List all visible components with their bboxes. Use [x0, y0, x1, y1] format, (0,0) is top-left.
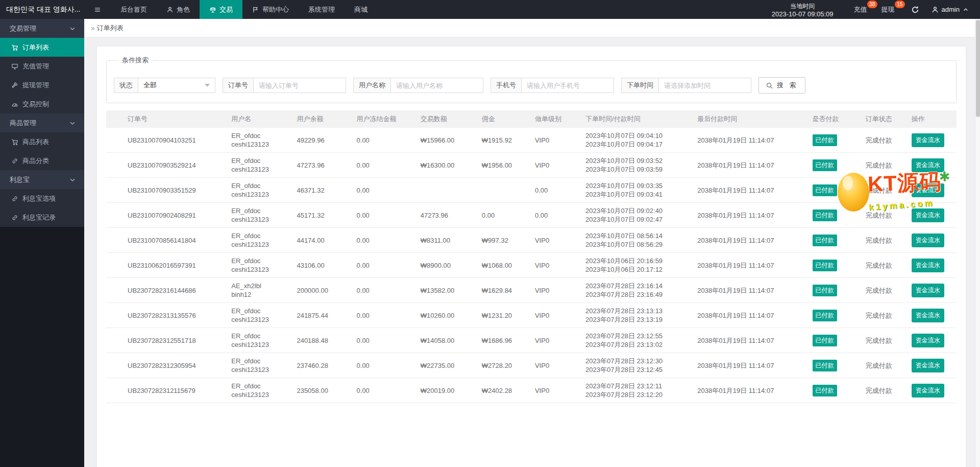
- nav-roles[interactable]: 角色: [157, 0, 200, 19]
- trade-amount-cell: 47273.96: [421, 203, 482, 228]
- sidebar-item-withdraw[interactable]: 提现管理: [0, 76, 84, 95]
- username-cell: ER_ofdocceshi123123: [231, 303, 297, 328]
- username-cell: ER_ofdocceshi123123: [231, 353, 297, 378]
- fund-flow-button[interactable]: 资金流水: [912, 133, 944, 147]
- breadcrumb-angles-icon: »: [91, 24, 94, 32]
- order-no-cell: UB2310070903351529: [106, 178, 231, 203]
- order-time-input[interactable]: [658, 78, 751, 93]
- fund-flow-button[interactable]: 资金流水: [912, 309, 944, 322]
- order-pay-time-cell: 2023年07月28日 23:13:132023年07月28日 23:13:19: [585, 303, 697, 328]
- order-status-cell: 完成付款: [866, 203, 912, 228]
- status-selected-value: 全部: [143, 81, 157, 90]
- sidebar-item-trade-control[interactable]: 交易控制: [0, 95, 84, 113]
- sidebar-item-recharge[interactable]: 充值管理: [0, 57, 84, 76]
- paid-badge[interactable]: 已付款: [813, 235, 837, 246]
- sidebar-item-goods-category[interactable]: 商品分类: [0, 151, 84, 170]
- trade-amount-cell: ₩15966.00: [421, 128, 482, 153]
- username-cell: AE_xh2lblbinh12: [231, 278, 297, 303]
- paid-badge[interactable]: 已付款: [813, 159, 837, 171]
- orders-table: 订单号用户名用户余额用户冻结金额交易数额佣金做单级别下单时间/付款时间最后付款时…: [106, 110, 957, 403]
- nav-help[interactable]: 帮助中心: [242, 0, 299, 19]
- withdraw-notice-button[interactable]: 提现 15: [874, 0, 902, 19]
- content-area: » 订单列表 条件搜索 状态 全部 订单号用户名称手机号下单时间搜 索: [84, 19, 980, 467]
- trade-amount-cell: ₩10260.00: [421, 303, 482, 328]
- fund-flow-button[interactable]: 资金流水: [912, 384, 944, 398]
- chevdown-icon: [69, 120, 76, 127]
- nav-home-label: 后台首页: [120, 5, 147, 14]
- last-pay-time-cell: 2038年01月19日 11:14:07: [697, 253, 812, 278]
- frozen-amount-cell: 0.00: [357, 128, 421, 153]
- paid-status-cell: 已付款: [813, 203, 866, 228]
- column-header: 佣金: [482, 110, 535, 128]
- fund-flow-button[interactable]: 资金流水: [912, 359, 944, 372]
- sidebar-group-trade[interactable]: 交易管理: [0, 19, 84, 38]
- paid-badge[interactable]: 已付款: [813, 134, 837, 146]
- order-time-input-group: 下单时间: [621, 78, 751, 93]
- action-cell: 资金流水: [912, 153, 957, 178]
- paid-badge[interactable]: 已付款: [813, 209, 837, 221]
- sidebar-item-interest-options[interactable]: 利息宝选项: [0, 189, 84, 208]
- trade-amount-cell: ₩20019.00: [421, 378, 482, 403]
- search-button[interactable]: 搜 索: [758, 77, 805, 94]
- nav-home[interactable]: 后台首页: [111, 0, 157, 19]
- fund-flow-button[interactable]: 资金流水: [912, 284, 944, 297]
- order-status-cell: 完成付款: [866, 353, 912, 378]
- nav-system[interactable]: 系统管理: [299, 0, 345, 19]
- order-no-cell: UB2307282313135576: [106, 303, 231, 328]
- fund-flow-button[interactable]: 资金流水: [912, 334, 944, 347]
- status-select[interactable]: 全部: [138, 78, 215, 93]
- sidebar-item-goods-list[interactable]: 商品列表: [0, 132, 84, 151]
- balance-cell: 240188.48: [297, 328, 356, 353]
- order-pay-time-cell: 2023年07月28日 23:12:302023年07月28日 23:12:45: [585, 353, 697, 378]
- refresh-icon[interactable]: [911, 6, 919, 14]
- order-pay-time-cell: 2023年10月07日 08:56:142023年10月07日 08:56:29: [585, 228, 697, 253]
- last-pay-time-cell: 2038年01月19日 11:14:07: [697, 353, 812, 378]
- sidebar-item-order-list[interactable]: 订单列表: [0, 38, 84, 57]
- sidebar-item-interest-records[interactable]: 利息宝记录: [0, 208, 84, 227]
- sidebar-group-goods[interactable]: 商品管理: [0, 113, 84, 132]
- fund-flow-button[interactable]: 资金流水: [912, 233, 944, 247]
- username-cell: ER_ofdocceshi123123: [231, 153, 297, 178]
- paid-badge[interactable]: 已付款: [813, 285, 837, 296]
- chevron-up-icon: [963, 7, 969, 13]
- nav-mall[interactable]: 商城: [345, 0, 377, 19]
- paid-badge[interactable]: 已付款: [813, 260, 837, 271]
- order-time-input-label: 下单时间: [621, 78, 658, 93]
- nav-trade-label: 交易: [219, 5, 233, 14]
- order-status-cell: 完成付款: [866, 278, 912, 303]
- fund-flow-button[interactable]: 资金流水: [912, 158, 944, 172]
- paid-badge[interactable]: 已付款: [813, 184, 837, 196]
- scrollbar-thumb[interactable]: [976, 20, 980, 117]
- order-no-cell: UB2310070904103251: [106, 128, 231, 153]
- fund-flow-button[interactable]: 资金流水: [912, 259, 944, 272]
- sidebar-group-interest[interactable]: 利息宝: [0, 170, 84, 189]
- withdraw-label: 提现: [881, 6, 895, 13]
- screen-icon: [11, 63, 18, 70]
- admin-name: admin: [942, 6, 960, 13]
- recharge-notice-button[interactable]: 充值 38: [847, 0, 874, 19]
- paid-badge[interactable]: 已付款: [813, 385, 837, 396]
- frozen-amount-cell: 0.00: [357, 378, 421, 403]
- paid-badge[interactable]: 已付款: [813, 335, 837, 346]
- username-input[interactable]: [390, 78, 483, 93]
- nav-trade[interactable]: 交易: [200, 0, 242, 19]
- last-pay-time-cell: 2038年01月19日 11:14:07: [697, 178, 812, 203]
- paid-badge[interactable]: 已付款: [813, 310, 837, 321]
- frozen-amount-cell: 0.00: [357, 278, 421, 303]
- admin-menu[interactable]: admin: [927, 6, 973, 13]
- paid-badge[interactable]: 已付款: [813, 360, 837, 371]
- paid-status-cell: 已付款: [813, 353, 866, 378]
- order-pay-time-cell: 2023年07月28日 23:16:142023年07月28日 23:16:49: [585, 278, 697, 303]
- sidebar-item-goods-category-label: 商品分类: [22, 156, 49, 166]
- fund-flow-button[interactable]: 资金流水: [912, 183, 944, 197]
- menu-toggle[interactable]: [84, 0, 111, 19]
- action-cell: 资金流水: [912, 378, 957, 403]
- sidebar-group-goods-label: 商品管理: [10, 119, 36, 128]
- page-scrollbar[interactable]: [975, 19, 980, 467]
- column-header: 用户冻结金额: [357, 110, 421, 128]
- link-icon: [11, 195, 18, 202]
- order-pay-time-cell: 2023年10月07日 09:04:102023年10月07日 09:04:17: [585, 128, 697, 153]
- phone-input[interactable]: [521, 78, 614, 93]
- fund-flow-button[interactable]: 资金流水: [912, 208, 944, 222]
- order-no-input[interactable]: [253, 78, 346, 93]
